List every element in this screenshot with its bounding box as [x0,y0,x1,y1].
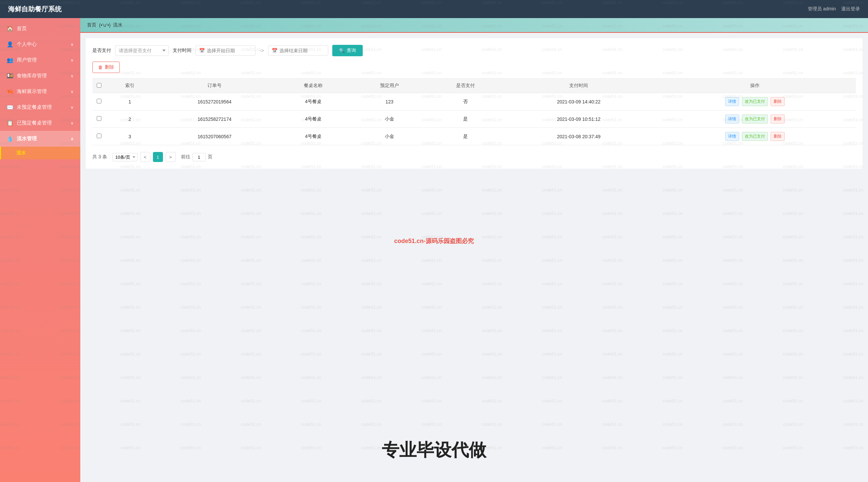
cell-ops: 详情 改为已支付 删除 [654,111,856,128]
row-checkbox[interactable] [97,133,101,138]
sidebar-sub-item-flow[interactable]: 流水 [0,147,80,159]
row-checkbox[interactable] [97,99,101,103]
sidebar-item-home[interactable]: 🏠 首页 [0,21,80,36]
date-arrow: -> [260,48,264,53]
sidebar-sub-label: 流水 [17,150,26,156]
header-right: 管理员 admin 退出登录 [808,6,860,12]
profile-icon: 👤 [7,41,13,48]
chevron-down-icon: ∨ [71,89,73,94]
logout-button[interactable]: 退出登录 [841,6,860,12]
th-pay-time: 支付时间 [504,79,654,93]
cell-user: 小金 [351,128,427,145]
sidebar-item-food-stock[interactable]: 🍱 食物库存管理 ∨ [0,68,80,84]
goto-page-input[interactable] [192,153,206,161]
food-icon: 🍱 [7,72,13,79]
cell-table-name: 4号餐桌 [275,93,351,111]
mark-paid-button[interactable]: 改为已支付 [742,97,768,106]
end-date-wrap[interactable]: 📅 [268,46,328,56]
query-btn-label: 查询 [347,48,356,54]
chevron-down-icon: ∨ [71,42,73,47]
row-delete-button[interactable]: 删除 [771,132,785,141]
cell-user: 小金 [351,111,427,128]
start-date-input[interactable] [207,48,250,53]
delete-btn-label: 删除 [105,64,114,70]
cell-table-name: 4号餐桌 [275,128,351,145]
header: 海鲜自助餐厅系统 管理员 admin 退出登录 [0,0,868,18]
goto-prefix: 前往 [181,154,190,160]
main-content: 首页 (•'∪'•) 流水 是否支付 请选择是否支付 是 否 支付时间 📅 [80,18,868,482]
seafood-icon: 🦐 [7,88,13,95]
table-row: 1 1615272019564 4号餐桌 123 否 2021-03-09 14… [92,93,856,111]
cell-table-name: 4号餐桌 [275,111,351,128]
sidebar-item-label: 已预定餐桌管理 [17,120,52,126]
detail-button[interactable]: 详情 [725,132,739,141]
breadcrumb: 首页 (•'∪'•) 流水 [80,18,868,33]
cell-is-paid: 是 [428,128,504,145]
cell-pay-time: 2021-03-09 14:40:22 [504,93,654,111]
action-bar: 🗑 删除 [92,62,856,73]
th-table-name: 餐桌名称 [275,79,351,93]
chevron-down-icon: ∨ [71,105,73,110]
cell-order-no: 1615258272174 [154,111,275,128]
select-all-checkbox[interactable] [97,83,101,88]
content-area: 是否支付 请选择是否支付 是 否 支付时间 📅 -> 📅 [86,38,863,169]
sidebar-item-label: 首页 [17,25,27,32]
sidebar-item-unbooked-table[interactable]: ✉️ 未预定餐桌管理 ∨ [0,99,80,115]
cell-pay-time: 2021-03-08 20:37:49 [504,128,654,145]
is-paid-select[interactable]: 请选择是否支付 是 否 [115,45,169,56]
th-is-paid: 是否支付 [428,79,504,93]
cell-order-no: 1615272019564 [154,93,275,111]
calendar-icon: 📅 [199,48,205,53]
start-date-wrap[interactable]: 📅 [195,46,256,56]
delete-icon: 🗑 [98,65,103,70]
sidebar-item-profile[interactable]: 👤 个人中心 ∨ [0,36,80,52]
end-date-input[interactable] [279,48,323,53]
row-delete-button[interactable]: 删除 [771,115,785,123]
next-page-button[interactable]: > [166,152,176,162]
row-delete-button[interactable]: 删除 [771,97,785,106]
cell-ops: 详情 改为已支付 删除 [654,93,856,111]
cell-index: 1 [106,93,154,111]
row-checkbox[interactable] [97,116,101,121]
mark-paid-button[interactable]: 改为已支付 [742,115,768,123]
sidebar-item-label: 食物库存管理 [17,72,47,79]
sidebar-item-booked-table[interactable]: 📋 已预定餐桌管理 ∨ [0,115,80,131]
sidebar-item-user-mgmt[interactable]: 👥 用户管理 ∨ [0,52,80,68]
detail-button[interactable]: 详情 [725,115,739,123]
cell-ops: 详情 改为已支付 删除 [654,128,856,145]
batch-delete-button[interactable]: 🗑 删除 [92,62,120,73]
app-title: 海鲜自助餐厅系统 [8,5,62,14]
admin-label: 管理员 admin [808,6,836,12]
cell-is-paid: 是 [428,111,504,128]
sidebar-item-flow-mgmt[interactable]: 💧 流水管理 ∧ [0,131,80,147]
date-label: 支付时间 [173,48,191,54]
sidebar-item-label: 流水管理 [17,135,37,142]
sidebar-item-label: 用户管理 [17,57,37,63]
page-1-button[interactable]: 1 [153,152,163,162]
home-icon: 🏠 [7,25,13,32]
th-ops: 操作 [654,79,856,93]
table-header-row: 索引 订单号 餐桌名称 预定用户 是否支付 支付时间 操作 [92,79,856,93]
prev-page-button[interactable]: < [140,152,150,162]
is-paid-label: 是否支付 [92,48,111,54]
row-checkbox-cell [92,128,106,145]
breadcrumb-current: 流水 [113,22,122,28]
table-row: 3 1615207060567 4号餐桌 小金 是 2021-03-08 20:… [92,128,856,145]
breadcrumb-home[interactable]: 首页 [87,22,96,28]
page-goto: 前往 页 [181,153,213,161]
page-size-select[interactable]: 10条/页 20条/页 50条/页 [113,153,137,161]
row-checkbox-cell [92,111,106,128]
row-checkbox-cell [92,93,106,111]
layout: 🏠 首页 👤 个人中心 ∨ 👥 用户管理 ∨ 🍱 食物库存管理 ∨ 🦐 海鲜展示… [0,18,868,482]
mark-paid-button[interactable]: 改为已支付 [742,132,768,141]
search-icon: 🔍 [339,48,345,53]
goto-suffix: 页 [208,154,213,160]
sidebar: 🏠 首页 👤 个人中心 ∨ 👥 用户管理 ∨ 🍱 食物库存管理 ∨ 🦐 海鲜展示… [0,18,80,482]
cell-index: 3 [106,128,154,145]
sidebar-item-seafood-display[interactable]: 🦐 海鲜展示管理 ∨ [0,84,80,99]
table-row: 2 1615258272174 4号餐桌 小金 是 2021-03-09 10:… [92,111,856,128]
filter-bar: 是否支付 请选择是否支付 是 否 支付时间 📅 -> 📅 [92,45,856,56]
cell-order-no: 1615207060567 [154,128,275,145]
query-button[interactable]: 🔍 查询 [332,45,363,56]
detail-button[interactable]: 详情 [725,97,739,106]
